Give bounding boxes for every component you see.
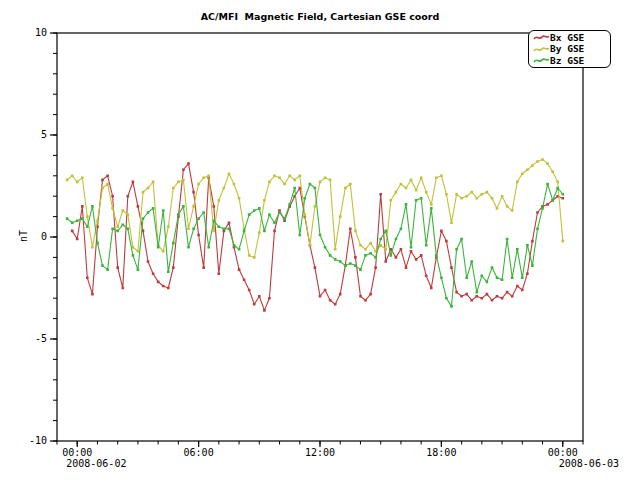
by-line-marker-icon	[533, 45, 550, 54]
legend-label-by: By GSE	[550, 44, 584, 54]
x-tick-label: 06:00	[179, 447, 219, 458]
plot-frame	[57, 33, 583, 441]
series-line-by	[67, 160, 563, 258]
legend-label-bz: Bz GSE	[550, 56, 584, 66]
plot-window: AC/MFI Magnetic Field, Cartesian GSE coo…	[0, 0, 640, 480]
legend-item-by: By GSE	[533, 44, 610, 56]
x-tick-label: 00:00	[57, 447, 97, 458]
bz-marker-path	[534, 59, 549, 62]
x-tick-label: 12:00	[300, 447, 340, 458]
y-tick-label: -10	[13, 435, 47, 447]
legend-label-bx: Bx GSE	[550, 33, 584, 43]
series-line-bz	[67, 184, 563, 306]
x-date-label: 2008-06-02	[66, 458, 138, 469]
x-tick-label: 00:00	[543, 447, 583, 458]
y-tick-label: 10	[13, 27, 47, 39]
series-markers-bx	[71, 162, 564, 311]
y-tick-label: 0	[13, 231, 47, 243]
x-tick-label: 18:00	[421, 447, 461, 458]
y-tick-label: -5	[13, 333, 47, 345]
bz-line-marker-icon	[533, 56, 550, 65]
y-tick-label: 5	[13, 129, 47, 141]
legend-item-bz: Bz GSE	[533, 55, 610, 67]
series-line-bx	[72, 164, 563, 311]
legend-item-bx: Bx GSE	[533, 32, 610, 44]
bx-marker-path	[534, 36, 549, 39]
legend-box: Bx GSE By GSE Bz GSE	[528, 30, 611, 68]
bx-line-marker-icon	[533, 33, 550, 42]
plot-canvas	[0, 0, 640, 480]
by-marker-path	[534, 48, 549, 51]
x-date-label: 2008-06-03	[559, 458, 631, 469]
